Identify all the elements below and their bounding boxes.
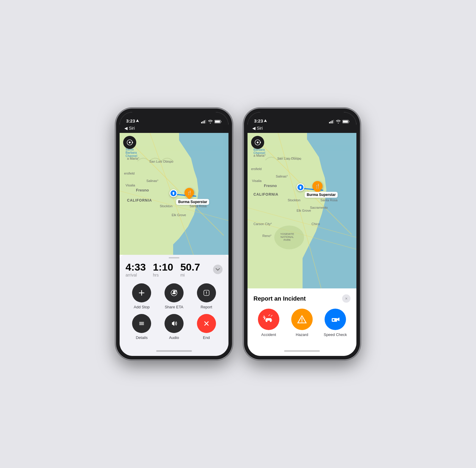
add-stop-button[interactable] xyxy=(132,283,151,302)
battery-icon-2 xyxy=(342,120,350,123)
nav-icon-2[interactable] xyxy=(251,136,264,149)
svg-rect-28 xyxy=(172,322,173,325)
battery-icon xyxy=(214,120,222,123)
chevron-down-icon xyxy=(216,268,220,271)
compass-arrow-icon-2 xyxy=(254,139,261,146)
hazard-button[interactable] xyxy=(291,309,313,330)
plus-icon xyxy=(138,289,145,296)
phone-1: 3:23 xyxy=(116,109,232,359)
speed-check-label: Speed Check xyxy=(324,332,347,337)
status-icons-1 xyxy=(201,120,222,123)
home-indicator-2 xyxy=(248,346,356,356)
action-report: Report xyxy=(190,283,223,309)
svg-rect-32 xyxy=(331,121,331,123)
nav-icon-1[interactable] xyxy=(123,136,136,149)
map-label-reno-2: Reno° xyxy=(262,234,272,238)
action-share-eta: + Share ETA xyxy=(158,283,190,309)
speed-check-icon xyxy=(329,313,341,325)
svg-rect-0 xyxy=(201,122,202,123)
map-label-ersfield-2: ersfield xyxy=(251,167,262,171)
map-label-a-maria-2: a Maria° xyxy=(253,154,266,157)
status-icons-2 xyxy=(329,120,350,123)
accident-button[interactable] xyxy=(258,309,279,330)
speed-check-button[interactable] xyxy=(325,309,346,330)
status-time-2: 3:23 xyxy=(254,118,267,123)
action-details: Details xyxy=(126,314,158,340)
x-icon xyxy=(203,320,210,327)
signal-icon xyxy=(201,120,206,123)
siri-bar-2: ◀ Siri xyxy=(248,125,356,133)
phone-screen-1: 3:23 xyxy=(120,112,228,356)
share-eta-button[interactable]: + xyxy=(165,283,184,302)
signal-icon-2 xyxy=(329,120,334,123)
map-label-ersfield: ersfield xyxy=(124,172,134,175)
accident-icon xyxy=(263,313,275,325)
location-arrow-icon xyxy=(136,119,139,123)
svg-rect-3 xyxy=(205,120,206,123)
siri-back-1[interactable]: ◀ Siri xyxy=(124,126,224,131)
map-label-california-2: CALIFORNIA xyxy=(253,192,278,197)
map-label-chico-2: Chico xyxy=(311,222,320,226)
report-button[interactable] xyxy=(197,283,216,302)
hazard-label: Hazard xyxy=(296,332,308,337)
map-label-california: CALIFORNIA xyxy=(127,198,152,202)
svg-rect-1 xyxy=(203,121,203,123)
notch-1 xyxy=(152,112,196,121)
siri-bar-1: ◀ Siri xyxy=(120,125,228,133)
map-label-santa-rosa-2: Santa Rosa xyxy=(320,198,337,202)
map-area-2[interactable]: SantaBarbaraChannel a Maria° San Luis Ob… xyxy=(248,133,356,288)
map-label-stockton: Stockton xyxy=(160,204,173,208)
incident-title: Report an Incident xyxy=(253,295,306,302)
map-label-yosemite-2: YOSEMITENATIONALPARK xyxy=(280,233,294,241)
nav-stats-1: 4:33 arrival 1:10 hrs 50.7 mi xyxy=(126,262,223,277)
svg-point-49 xyxy=(266,320,267,322)
hazard-icon xyxy=(296,313,308,325)
svg-point-14 xyxy=(129,142,131,143)
audio-button[interactable] xyxy=(165,314,184,333)
dest-pin-2: 🍴 xyxy=(312,181,322,191)
incident-header: Report an Incident × xyxy=(253,294,350,303)
svg-point-50 xyxy=(270,320,272,322)
siri-back-2[interactable]: ◀ Siri xyxy=(252,126,352,131)
svg-rect-34 xyxy=(333,120,334,123)
map-area-1[interactable]: SantaBarbaraChannel a Maria° San Luis Ob… xyxy=(120,133,228,255)
close-button[interactable]: × xyxy=(342,294,350,303)
svg-rect-37 xyxy=(343,121,348,123)
map-label-santa-barbara: SantaBarbaraChannel xyxy=(126,148,137,158)
svg-rect-36 xyxy=(349,121,350,122)
notch-2 xyxy=(280,112,324,121)
place-label-burma: Burma Superstar xyxy=(176,199,209,205)
map-label-salinas-2: Salinas° xyxy=(276,175,288,178)
location-arrow-icon-2 xyxy=(264,119,267,123)
map-label-fresno-2: Fresno xyxy=(264,183,277,188)
nav-pin-1 xyxy=(170,189,177,197)
incident-panel: Report an Incident × xyxy=(248,288,356,346)
svg-rect-31 xyxy=(329,122,330,123)
map-label-elk-grove-2: Elk Grove xyxy=(297,209,311,212)
svg-rect-5 xyxy=(221,121,222,122)
audio-icon xyxy=(170,320,178,327)
end-button[interactable] xyxy=(197,314,216,333)
svg-text:+: + xyxy=(175,290,176,292)
compass-arrow-icon xyxy=(126,139,133,146)
phone-screen-2: 3:23 xyxy=(248,112,356,356)
svg-point-47 xyxy=(257,142,259,143)
svg-rect-2 xyxy=(204,120,205,123)
expand-button[interactable] xyxy=(213,265,223,274)
svg-rect-33 xyxy=(332,120,333,123)
map-label-sacramento-2: Sacramento xyxy=(310,206,328,209)
svg-line-52 xyxy=(264,316,265,318)
details-button[interactable] xyxy=(132,314,151,333)
incident-accident: Accident xyxy=(253,309,284,337)
place-label-burma-2: Burma Superstar xyxy=(305,192,338,198)
map-label-elk-grove: Elk Grove xyxy=(172,213,186,217)
action-end: End xyxy=(190,314,223,340)
report-icon xyxy=(203,289,210,296)
home-indicator-1 xyxy=(120,346,228,356)
nav-pin-2 xyxy=(297,183,304,191)
map-label-stockton-2: Stockton xyxy=(288,198,300,202)
svg-point-23 xyxy=(206,294,207,294)
svg-rect-6 xyxy=(215,121,220,123)
home-bar-2 xyxy=(284,350,320,352)
distance-stat: 50.7 mi xyxy=(180,262,200,277)
